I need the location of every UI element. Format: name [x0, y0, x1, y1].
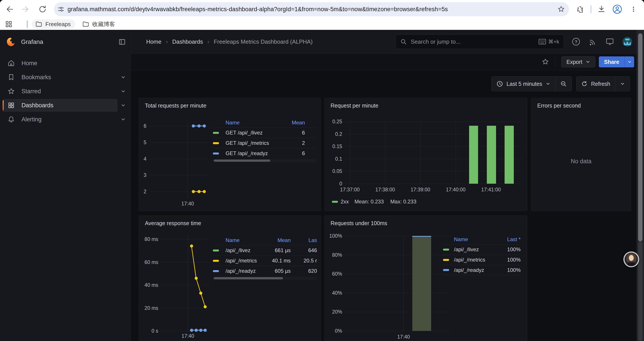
- sidebar-item-bookmarks[interactable]: Bookmarks: [3, 71, 118, 84]
- chevron-down-icon[interactable]: [120, 117, 126, 122]
- series-color-swatch: [213, 260, 219, 262]
- bookmark-star-icon[interactable]: [557, 5, 565, 13]
- browser-menu-button[interactable]: [629, 5, 638, 14]
- legend-row[interactable]: GET /api/_/livez6: [213, 128, 317, 138]
- back-button[interactable]: [4, 5, 14, 14]
- user-avatar[interactable]: [622, 37, 632, 47]
- profile-icon: [612, 5, 622, 14]
- chevron-down-icon[interactable]: [120, 75, 126, 80]
- svg-text:?: ?: [575, 40, 577, 44]
- time-range-picker[interactable]: Last 5 minutes: [492, 76, 556, 91]
- search-box[interactable]: ⌘+k: [396, 35, 564, 49]
- favorite-dashboard-star-icon[interactable]: [542, 58, 549, 66]
- refresh-icon: [581, 81, 588, 87]
- legend-row[interactable]: /api/_/livez661 µs646: [213, 245, 317, 255]
- series-color-swatch: [213, 132, 219, 134]
- floating-assistant-avatar[interactable]: [624, 251, 639, 267]
- legend-row[interactable]: GET /api/_/metrics2: [213, 138, 317, 148]
- legend-scrollbar[interactable]: [213, 159, 317, 162]
- bookmark-icon: [8, 74, 15, 81]
- breadcrumb-home[interactable]: Home: [146, 38, 161, 45]
- bookmarks-divider: [27, 21, 28, 28]
- grafana-logo[interactable]: [6, 37, 15, 47]
- panel-title[interactable]: Request per minute: [330, 103, 378, 109]
- bar-chart-plot[interactable]: [346, 122, 522, 184]
- no-data-message: No data: [531, 158, 631, 165]
- downloads-button[interactable]: [597, 5, 606, 14]
- help-icon[interactable]: ?: [572, 37, 580, 46]
- series-color-swatch: [213, 153, 219, 154]
- profile-button[interactable]: [612, 5, 622, 14]
- series-color-swatch: [213, 270, 219, 272]
- legend-row[interactable]: GET /api/_/readyz6: [213, 148, 317, 158]
- legend-row[interactable]: /api/_/readyz100%: [443, 265, 520, 275]
- refresh-interval-button[interactable]: [615, 76, 630, 91]
- forward-icon: [22, 5, 30, 14]
- panel-errors-per-second[interactable]: Errors per second No data: [531, 98, 631, 211]
- legend-row[interactable]: /api/_/metrics100%: [443, 254, 520, 265]
- sidebar: Grafana Home Bookmarks Starred: [0, 30, 131, 341]
- panel-title[interactable]: Requests under 100ms: [330, 220, 387, 226]
- panel-title[interactable]: Average response time: [145, 220, 201, 226]
- share-split-button: Share: [599, 56, 634, 67]
- star-icon: [8, 88, 15, 95]
- browser-toolbar: grafana.mathmast.com/d/deytv4rwavabkb/fr…: [0, 0, 644, 19]
- x-axis-label: 17:40: [182, 333, 194, 339]
- sidebar-item-alerting[interactable]: Alerting: [3, 113, 118, 126]
- panel-request-per-minute[interactable]: Request per minute 0.25 0.2 0.15 0.1 0.0…: [324, 98, 527, 211]
- x-axis-tick: 17:38:00: [375, 187, 395, 193]
- panel-title[interactable]: Total requests per minute: [145, 103, 206, 109]
- url-bar[interactable]: grafana.mathmast.com/d/deytv4rwavabkb/fr…: [54, 2, 569, 16]
- share-menu-button[interactable]: [624, 56, 634, 67]
- bar-chart-plot[interactable]: [344, 236, 451, 331]
- legend-table: NameLast * /api/_/livez100% /api/_/metri…: [443, 235, 520, 275]
- chevron-down-icon[interactable]: [120, 103, 126, 108]
- back-icon: [5, 5, 13, 14]
- scrollbar-thumb[interactable]: [638, 33, 642, 241]
- time-series-plot[interactable]: [149, 126, 210, 192]
- share-button[interactable]: Share: [599, 56, 624, 67]
- dashboards-icon: [8, 102, 15, 109]
- folder-icon: [35, 21, 42, 28]
- reload-button[interactable]: [38, 5, 47, 14]
- panel-average-response-time[interactable]: Average response time 80 ms 60 ms 40 ms …: [139, 215, 321, 341]
- sidebar-item-starred[interactable]: Starred: [3, 85, 118, 98]
- sidebar-item-home[interactable]: Home: [3, 57, 118, 70]
- legend-table: NameMean GET /api/_/livez6 GET /api/_/me…: [213, 118, 317, 158]
- export-button[interactable]: Export: [561, 56, 595, 67]
- panel-title[interactable]: Errors per second: [537, 103, 581, 109]
- legend[interactable]: 2xx Mean: 0.233 Max: 0.233: [332, 199, 416, 205]
- window-scrollbar[interactable]: [636, 30, 644, 341]
- legend-row[interactable]: /api/_/livez100%: [443, 244, 520, 254]
- time-series-plot[interactable]: [160, 239, 210, 331]
- panel-requests-under-100ms[interactable]: Requests under 100ms 100% 80% 60% 40% 20…: [324, 215, 527, 341]
- series-color-swatch: [443, 249, 449, 251]
- search-icon: [400, 38, 407, 45]
- bookmark-folder-blogs[interactable]: 收藏博客: [79, 19, 120, 29]
- news-rss-icon[interactable]: [589, 38, 597, 46]
- chevron-down-icon: [620, 81, 625, 86]
- refresh-button[interactable]: Refresh: [576, 76, 615, 91]
- zoom-out-time-button[interactable]: [556, 76, 572, 91]
- legend-row[interactable]: /api/_/metrics40.1 ms20.5 r: [213, 255, 317, 266]
- dock-sidebar-toggle-icon[interactable]: [118, 38, 126, 46]
- series-color-swatch: [332, 201, 338, 203]
- bookmark-folder-freeleaps[interactable]: Freeleaps: [32, 19, 75, 29]
- forward-button[interactable]: [21, 5, 31, 14]
- monitor-kiosk-icon[interactable]: [606, 37, 614, 46]
- search-input[interactable]: [410, 38, 538, 46]
- extensions-button[interactable]: [575, 5, 585, 14]
- chevron-down-icon[interactable]: [120, 89, 126, 94]
- bell-icon: [8, 116, 15, 123]
- panel-total-requests-per-minute[interactable]: Total requests per minute 6 5 4 3 2 17:4…: [139, 98, 321, 211]
- legend-scrollbar[interactable]: [213, 277, 317, 280]
- x-axis-tick: 17:40:00: [446, 187, 466, 193]
- breadcrumb: Home › Dashboards › Freeleaps Metrics Da…: [146, 38, 396, 45]
- sidebar-item-dashboards[interactable]: Dashboards: [3, 99, 118, 112]
- x-axis-tick: 17:39:00: [410, 187, 430, 193]
- apps-grid-button[interactable]: [4, 19, 14, 29]
- legend-row[interactable]: /api/_/readyz605 µs620: [213, 266, 317, 276]
- legend-max: Max: 0.233: [390, 199, 416, 205]
- browser-window: grafana.mathmast.com/d/deytv4rwavabkb/fr…: [0, 0, 644, 341]
- breadcrumb-dashboards[interactable]: Dashboards: [172, 38, 203, 45]
